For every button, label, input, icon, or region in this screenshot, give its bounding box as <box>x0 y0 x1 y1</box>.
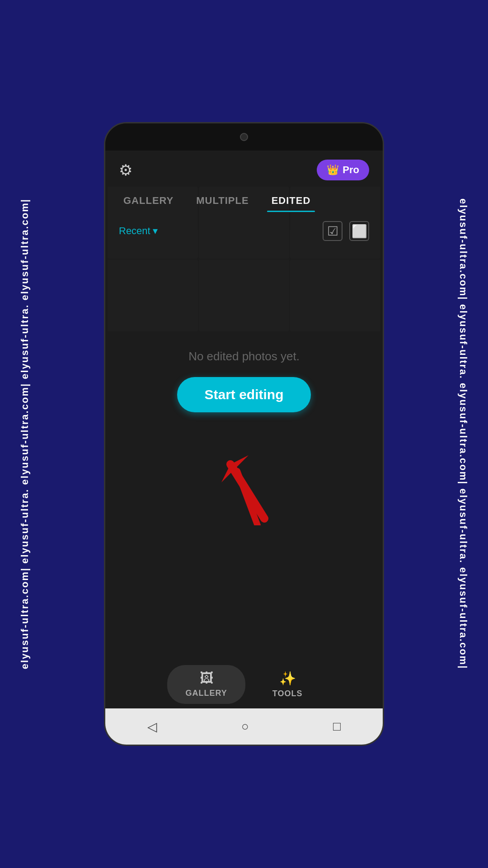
pro-badge-label: Pro <box>343 164 359 176</box>
arrow-annotation <box>203 430 285 521</box>
empty-state-message: No edited photos yet. <box>188 349 300 363</box>
app-content: ⚙ 👑 Pro GALLERY MULTIPLE EDITED Recent ▾… <box>105 151 383 745</box>
ghost-cell-5 <box>199 259 289 331</box>
watermark-left: elyusuf-ultra.com| elyusuf-ultra. elyusu… <box>0 0 50 868</box>
bottom-nav: 🖼 GALLERY ✨ TOOLS <box>105 658 383 708</box>
start-editing-button[interactable]: Start editing <box>177 377 310 412</box>
crown-icon: 👑 <box>327 164 339 176</box>
ghost-cell-1 <box>108 187 198 259</box>
gallery-nav-icon: 🖼 <box>200 670 213 686</box>
ghost-cell-3 <box>290 187 380 259</box>
tools-nav-label: TOOLS <box>272 689 303 698</box>
tools-nav-icon: ✨ <box>279 670 296 686</box>
camera-dot <box>240 133 248 141</box>
phone-frame: ⚙ 👑 Pro GALLERY MULTIPLE EDITED Recent ▾… <box>104 122 384 746</box>
watermark-right: elyusuf-ultra.com| elyusuf-ultra. elyusu… <box>438 0 488 868</box>
settings-icon[interactable]: ⚙ <box>119 161 132 179</box>
system-back-button[interactable]: ◁ <box>138 715 166 739</box>
ghost-cell-6 <box>290 259 380 331</box>
nav-item-tools[interactable]: ✨ TOOLS <box>254 665 321 704</box>
ghost-grid <box>105 187 383 331</box>
gallery-nav-label: GALLERY <box>185 689 227 698</box>
phone-top-bar <box>105 123 383 151</box>
watermark-left-text: elyusuf-ultra.com| elyusuf-ultra. elyusu… <box>19 198 31 669</box>
ghost-cell-2 <box>199 187 289 259</box>
system-recents-button[interactable]: □ <box>324 715 350 738</box>
system-nav-bar: ◁ ○ □ <box>105 708 383 745</box>
system-home-button[interactable]: ○ <box>232 715 258 738</box>
ghost-cell-4 <box>108 259 198 331</box>
pro-badge-button[interactable]: 👑 Pro <box>317 160 369 180</box>
header: ⚙ 👑 Pro <box>105 151 383 185</box>
watermark-right-text: elyusuf-ultra.com| elyusuf-ultra. elyusu… <box>457 198 469 669</box>
nav-item-gallery[interactable]: 🖼 GALLERY <box>167 665 245 704</box>
arrow-svg <box>203 430 285 525</box>
